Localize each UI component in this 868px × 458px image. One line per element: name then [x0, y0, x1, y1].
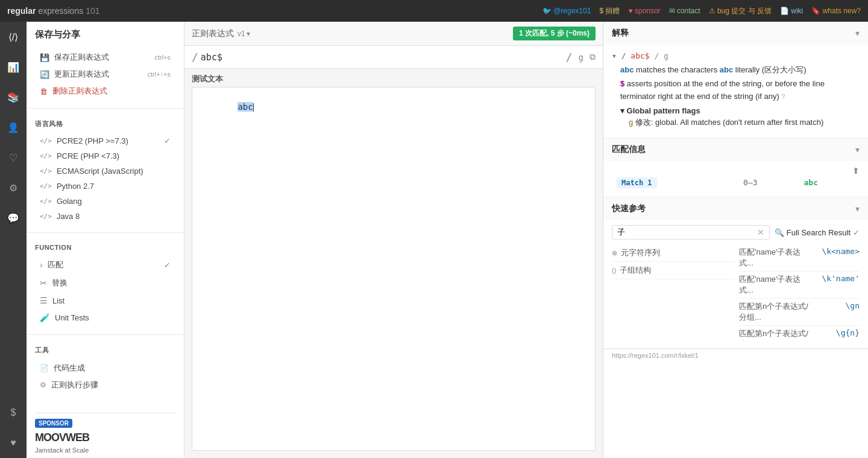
chat-icon-btn[interactable]: 💬	[4, 209, 22, 227]
quickref-right-item-3: 匹配第n个子表达式/分组... \gn	[739, 299, 860, 326]
func-match[interactable]: › 匹配 ✓	[35, 256, 175, 274]
lang-name-4: Python 2.7	[57, 182, 94, 191]
func-unit-tests[interactable]: 🧪 Unit Tests	[35, 309, 175, 326]
match-export-button[interactable]: ⬆	[852, 166, 860, 176]
quickref-clear-icon[interactable]: ✕	[757, 227, 764, 237]
delete-icon: 🗑	[40, 87, 48, 96]
donate-link[interactable]: $ 捐赠	[599, 6, 620, 16]
settings-icon-btn[interactable]: ⚙	[4, 179, 22, 197]
func-list[interactable]: ☰ List	[35, 292, 175, 309]
match-info-section: 匹配信息 ▾ ⬆ Match 1 0–3 abc	[603, 138, 868, 197]
bottom-url: https://regex101.com/r/lxkel/1	[603, 349, 868, 361]
twitter-link[interactable]: 🐦 @regex101	[542, 7, 591, 15]
right-panel: 解释 ▾ ▾ / abc$ / g abc matches the charac…	[603, 22, 868, 458]
main-layout: ⟨/⟩ 📊 📚 👤 ♡ ⚙ 💬 $ ♥ 保存与分享 💾 保存正则表达式 ctrl…	[0, 22, 868, 458]
whatsnew-link[interactable]: 🔖 whats new?	[811, 7, 861, 15]
lang-python[interactable]: </> Python 2.7	[35, 179, 175, 194]
user-icon-btn[interactable]: 👤	[4, 118, 22, 136]
explain-line-2: $ asserts position at the end of the str…	[620, 78, 860, 103]
list-icon: ☰	[40, 296, 48, 305]
regex-slash-open: /	[189, 51, 201, 63]
tool-codegen[interactable]: 📄 代码生成	[35, 360, 175, 377]
codegen-icon: 📄	[40, 364, 49, 372]
wiki-link[interactable]: 📄 wiki	[780, 7, 803, 15]
tool-execsteps[interactable]: ⚙ 正则执行步骤	[35, 377, 175, 393]
test-text-display[interactable]: abc	[192, 87, 596, 451]
dollar-icon-btn[interactable]: $	[4, 404, 22, 422]
update-button[interactable]: 🔄 更新正则表达式 ctrl+↑+s	[35, 66, 175, 83]
match-info-chevron-icon: ▾	[855, 145, 860, 154]
quickref-right-item-1: 匹配'name'子表达式... \k<name>	[739, 244, 860, 272]
dollar-sign: $	[620, 79, 624, 88]
replace-icon: ✂	[40, 278, 47, 288]
explanation-chevron-icon: ▾	[855, 28, 860, 38]
match-badge: 1 次匹配, 5 步 (~0ms)	[513, 27, 596, 40]
sponsor-badge: SPONSOR	[35, 419, 72, 428]
regex-copy-button[interactable]: ⧉	[587, 49, 598, 65]
qr-desc-4: 匹配第n个子表达式/分...	[739, 328, 811, 341]
divider-1	[27, 108, 184, 109]
regex-slash-close: /	[564, 51, 575, 63]
test-label: 测试文本	[184, 69, 603, 87]
execsteps-icon: ⚙	[40, 381, 46, 389]
logo: regular expressions 101	[7, 6, 100, 16]
regex-flags[interactable]: g	[575, 52, 587, 62]
library-icon-btn[interactable]: 📚	[4, 88, 22, 106]
regex-icon-btn[interactable]: ⟨/⟩	[4, 28, 22, 46]
quickref-full-search[interactable]: 🔍 Full Search Result ✓	[775, 228, 860, 237]
save-button[interactable]: 💾 保存正则表达式 ctrl+s	[35, 49, 175, 66]
save-label: 保存正则表达式	[54, 52, 109, 63]
unit-tests-icon: 🧪	[40, 313, 50, 322]
sponsor-section: SPONSOR MOOVWEB Jamstack at Scale	[27, 402, 184, 458]
quickref-left-col: ⊗ 元字符序列 () 子组结构	[612, 244, 734, 341]
delete-button[interactable]: 🗑 删除正则表达式	[35, 83, 175, 100]
quickref-search-row: ✕ 🔍 Full Search Result ✓	[612, 225, 860, 240]
match-value: abc	[804, 178, 818, 187]
bug-link[interactable]: ⚠ bug 提交 与 反馈	[709, 6, 772, 16]
explanation-header[interactable]: 解释 ▾	[603, 22, 868, 45]
qr-code-1: \k<name>	[811, 247, 860, 269]
contact-link[interactable]: ✉ contact	[669, 7, 700, 15]
regex-input-area: / / g ⧉	[184, 46, 603, 69]
update-icon: 🔄	[40, 70, 49, 79]
lang-golang[interactable]: </> Golang	[35, 194, 175, 209]
match-label: Match 1	[617, 177, 657, 188]
quickref-header[interactable]: 快速参考 ▾	[603, 197, 868, 220]
explanation-title: 解释	[612, 28, 629, 39]
heart2-icon-btn[interactable]: ♥	[4, 434, 22, 452]
heart-icon-btn[interactable]: ♡	[4, 148, 22, 167]
match-info-header[interactable]: 匹配信息 ▾	[603, 138, 868, 161]
lang-java[interactable]: </> Java 8	[35, 209, 175, 224]
quickref-item-meta[interactable]: ⊗ 元字符序列	[612, 244, 734, 262]
lit-abc: abc	[620, 65, 634, 74]
match-info-content: ⬆ Match 1 0–3 abc	[603, 161, 868, 197]
match-icon: ›	[40, 260, 43, 270]
func-unit-tests-label: Unit Tests	[55, 313, 89, 322]
explain-line-1: abc matches the characters abc literally…	[620, 64, 860, 77]
icon-bar: ⟨/⟩ 📊 📚 👤 ♡ ⚙ 💬 $ ♥	[0, 22, 27, 458]
global-flags-title: ▾ Global pattern flags	[620, 106, 860, 115]
chart-icon-btn[interactable]: 📊	[4, 58, 22, 76]
quickref-item-group[interactable]: () 子组结构	[612, 262, 734, 279]
regex-input[interactable]	[201, 52, 564, 63]
tools-title: 工具	[35, 346, 175, 355]
sponsor-link[interactable]: ♥ sponsor	[628, 7, 660, 15]
regex-version[interactable]: v1 ▾	[237, 30, 250, 38]
tree-pattern: abc$	[631, 51, 649, 60]
lang-pcre2[interactable]: </> PCRE2 (PHP >=7.3) ✓	[35, 133, 175, 148]
quickref-right-item-4: 匹配第n个子表达式/分... \g{n}	[739, 326, 860, 341]
main-content: 正则表达式 v1 ▾ 1 次匹配, 5 步 (~0ms) / / g ⧉ 测试文…	[184, 22, 603, 458]
qr-code-4: \g{n}	[811, 328, 860, 341]
quickref-search-input[interactable]	[617, 228, 757, 237]
func-replace[interactable]: ✂ 替换	[35, 274, 175, 292]
match-range: 0–3	[743, 178, 757, 187]
match-table: Match 1 0–3 abc	[612, 176, 860, 189]
lang-pcre[interactable]: </> PCRE (PHP <7.3)	[35, 148, 175, 164]
help-icon[interactable]: ?	[781, 93, 785, 100]
group-text: 子组结构	[620, 265, 651, 276]
sponsor-logo: MOOVWEB	[35, 431, 89, 444]
qr-desc-3: 匹配第n个子表达式/分组...	[739, 301, 811, 323]
lang-ecma[interactable]: </> ECMAScript (JavaScript)	[35, 164, 175, 179]
lang-tag-2: </>	[40, 152, 52, 160]
quickref-check-icon: ✓	[853, 228, 860, 237]
